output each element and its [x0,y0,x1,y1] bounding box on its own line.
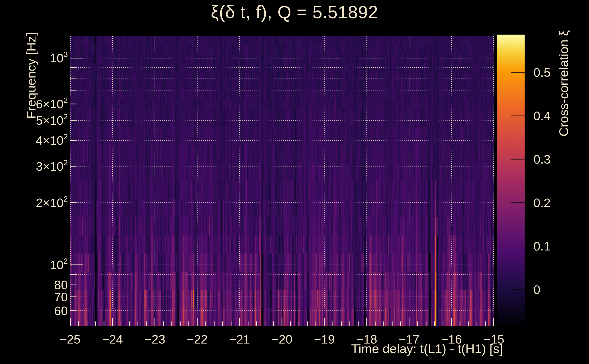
x-tick-label: −20 [262,332,302,346]
y-tick-label: 4×102 [11,133,68,147]
plot-title: ξ(δ t, f), Q = 5.51892 [0,2,589,23]
colorbar-canvas [497,35,525,326]
root-figure: { "title": { "text": "\u03be(\u03b4 t, f… [0,0,589,364]
y-tick-label: 2×102 [11,196,68,210]
x-tick-label: −16 [431,332,472,346]
y-tick-label: 6×102 [11,97,68,111]
x-tick-label: −17 [389,332,430,346]
x-tick-label: −15 [473,332,514,346]
y-tick-label: 70 [11,290,68,304]
colorbar-tick-label: 0.1 [533,239,550,253]
y-tick-label: 60 [11,304,68,318]
x-tick-label: −21 [219,332,260,346]
y-tick-label: 103 [11,51,68,65]
colorbar-tick-label: 0 [533,283,540,297]
x-tick-label: −24 [92,332,133,346]
colorbar-tick-label: 0.5 [533,65,550,79]
x-tick-label: −18 [346,332,387,346]
x-tick-label: −25 [50,332,91,346]
heatmap-canvas [70,36,494,326]
y-tick-label: 3×102 [11,159,68,173]
colorbar-tick-label: 0.2 [533,196,550,210]
colorbar-tick-label: 0.4 [533,109,550,123]
colorbar-tick-label: 0.3 [533,152,550,166]
x-tick-label: −19 [304,332,345,346]
x-tick-label: −23 [134,332,175,346]
x-tick-label: −22 [177,332,218,346]
y-tick-label: 102 [11,258,68,272]
y-tick-label: 5×102 [11,113,68,127]
colorbar-title: Cross-correlation ξ [556,30,571,136]
